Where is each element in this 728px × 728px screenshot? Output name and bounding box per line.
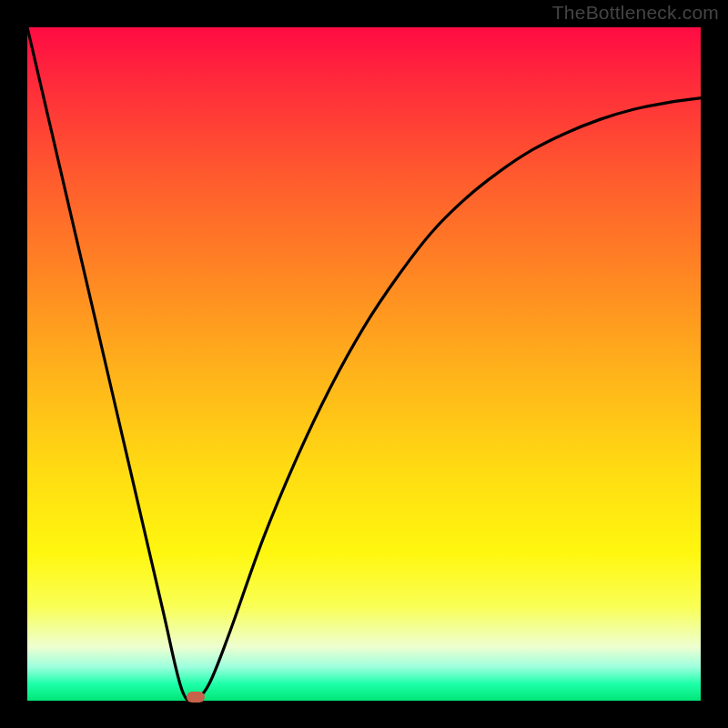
watermark-text: TheBottleneck.com xyxy=(552,2,719,24)
chart-container: TheBottleneck.com xyxy=(0,0,728,728)
bottleneck-curve xyxy=(27,27,701,701)
curve-path xyxy=(27,27,701,701)
plot-area xyxy=(27,27,701,701)
minimum-marker xyxy=(187,692,205,703)
